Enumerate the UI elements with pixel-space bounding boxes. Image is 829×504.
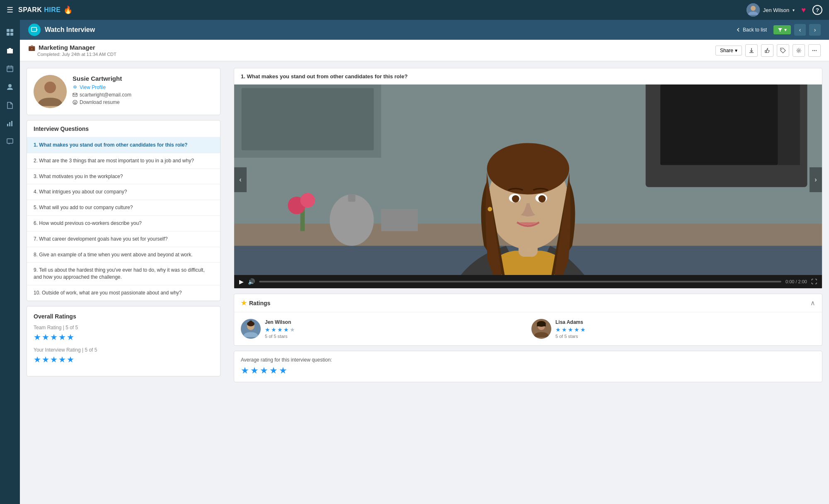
candidate-name: Susie Cartwright: [73, 75, 213, 82]
avg-rating-label: Average rating for this interview questi…: [241, 357, 815, 363]
avg-star-5: ★: [279, 365, 287, 376]
sidebar-item-jobs[interactable]: [2, 43, 17, 58]
your-star-4: ★: [58, 354, 66, 364]
rater-item-jen: Jen Wilson ★ ★ ★ ★ ★ 5 of 5 stars: [241, 319, 525, 339]
rater-name-lisa: Lisa Adams: [555, 319, 815, 325]
thumbs-action-button[interactable]: [761, 44, 773, 57]
share-button[interactable]: Share ▾: [715, 46, 742, 55]
avg-star-3: ★: [260, 365, 268, 376]
svg-rect-4: [7, 33, 10, 36]
job-title: Marketing Manager: [39, 44, 95, 51]
top-navigation: ☰ SPARK HIRE 🔥 Jen Wilson ▾ ♥ ?: [0, 0, 829, 20]
svg-rect-33: [242, 88, 374, 150]
question-text: 2. What are the 3 things that are most i…: [34, 158, 194, 164]
briefcase-icon: 💼: [28, 44, 35, 51]
lisa-star-3: ★: [568, 326, 573, 333]
lisa-star-2: ★: [562, 326, 567, 333]
video-wrapper: ‹ › ▶ 🔊 0:00 / 2:00: [234, 84, 822, 288]
job-header-left: 💼 Marketing Manager Completed: July 24th…: [28, 44, 116, 57]
back-to-list-button[interactable]: Back to list: [732, 25, 770, 34]
question-item[interactable]: 10. Outside of work, what are you most p…: [27, 285, 220, 301]
svg-rect-35: [660, 84, 778, 165]
svg-point-1: [751, 6, 756, 11]
question-item[interactable]: 9. Tell us about the hardest thing you'v…: [27, 263, 220, 285]
help-icon[interactable]: ?: [812, 5, 822, 15]
next-nav-button[interactable]: ›: [809, 24, 821, 36]
sidebar-item-candidates[interactable]: [2, 80, 17, 94]
view-profile-label: View Profile: [80, 84, 106, 90]
video-question-text: 1. What makes you stand out from other c…: [234, 68, 822, 84]
question-text: 5. What will you add to our company cult…: [34, 205, 133, 210]
question-text: 3. What motivates you in the workplace?: [34, 174, 123, 179]
question-item[interactable]: 1. What makes you stand out from other c…: [27, 137, 220, 153]
time-current: 0:00: [785, 279, 794, 284]
svg-rect-16: [32, 27, 36, 31]
jen-star-1: ★: [265, 326, 270, 333]
candidate-email: scartwright@email.com: [73, 92, 213, 98]
rater-item-lisa: Lisa Adams ★ ★ ★ ★ ★ 5 of 5 stars: [531, 319, 815, 339]
avg-rating-section: Average rating for this interview questi…: [234, 351, 822, 382]
job-title-row: 💼 Marketing Manager: [28, 44, 116, 51]
sidebar-item-reports[interactable]: [2, 116, 17, 131]
logo-hire: HIRE: [44, 6, 61, 13]
ratings-section-title: ★ Ratings: [241, 299, 270, 307]
more-action-button[interactable]: [808, 44, 821, 57]
svg-point-50: [512, 195, 519, 203]
svg-rect-27: [73, 93, 77, 96]
main-content: Susie Cartwright View Profile scartwrigh…: [20, 61, 829, 504]
questions-header: Interview Questions: [27, 121, 220, 137]
prev-nav-button[interactable]: ‹: [794, 24, 806, 36]
question-item[interactable]: 3. What motivates you in the workplace?: [27, 169, 220, 185]
sidebar: [0, 20, 20, 504]
fullscreen-button[interactable]: ⛶: [811, 278, 817, 285]
question-item[interactable]: 5. What will you add to our company cult…: [27, 200, 220, 216]
sidebar-item-reviews[interactable]: [2, 134, 17, 149]
sidebar-item-dashboard[interactable]: [2, 25, 17, 40]
sidebar-item-files[interactable]: [2, 98, 17, 113]
tag-action-button[interactable]: [777, 44, 789, 57]
svg-point-24: [44, 82, 56, 93]
rater-avatar-lisa: [531, 319, 551, 339]
team-rating-value: 5 of 5: [65, 325, 78, 330]
svg-rect-5: [10, 33, 13, 36]
question-text: 10. Outside of work, what are you most p…: [34, 290, 182, 296]
svg-point-42: [301, 193, 315, 207]
question-item[interactable]: 2. What are the 3 things that are most i…: [27, 153, 220, 169]
your-rating-row: Your Interview Rating | 5 of 5 ★ ★ ★ ★ ★: [34, 347, 213, 364]
overall-ratings-card: Overall Ratings Team Rating | 5 of 5 ★ ★…: [27, 306, 221, 376]
question-item[interactable]: 4. What intrigues you about our company?: [27, 184, 220, 200]
favorites-icon[interactable]: ♥: [801, 6, 806, 14]
time-display: 0:00 / 2:00: [785, 279, 807, 284]
video-player[interactable]: ‹ ›: [234, 84, 822, 275]
sidebar-item-calendar[interactable]: [2, 61, 17, 76]
volume-button[interactable]: 🔊: [248, 278, 255, 285]
settings-action-button[interactable]: [793, 44, 805, 57]
view-profile-link[interactable]: View Profile: [73, 84, 213, 90]
rater-name-jen: Jen Wilson: [265, 319, 525, 325]
play-button[interactable]: ▶: [239, 278, 244, 285]
jen-score: 5 of 5 stars: [265, 334, 525, 339]
star-2: ★: [42, 332, 49, 342]
collapse-ratings-button[interactable]: ∧: [810, 299, 815, 307]
lisa-star-4: ★: [574, 326, 579, 333]
flame-icon: 🔥: [63, 5, 73, 14]
download-resume-link[interactable]: Download resume: [73, 99, 213, 105]
watch-interview-icon: [28, 24, 41, 36]
video-next-arrow[interactable]: ›: [810, 167, 822, 192]
question-item[interactable]: 6. How would previous co-workers describ…: [27, 216, 220, 232]
rater-stars-jen: ★ ★ ★ ★ ★: [265, 326, 525, 333]
video-prev-arrow[interactable]: ‹: [234, 167, 247, 192]
filter-button[interactable]: ▾: [773, 25, 791, 34]
question-item[interactable]: 8. Give an example of a time when you we…: [27, 247, 220, 263]
user-avatar: [747, 3, 760, 17]
progress-bar[interactable]: [259, 281, 781, 282]
svg-rect-15: [7, 139, 13, 143]
svg-point-56: [249, 321, 252, 324]
question-item[interactable]: 7. What career development goals have yo…: [27, 232, 220, 247]
user-menu[interactable]: Jen Wilson ▾: [747, 3, 795, 17]
logo-spark: SPARK: [18, 6, 44, 13]
hamburger-menu[interactable]: ☰: [7, 5, 13, 14]
svg-rect-39: [348, 194, 356, 202]
download-action-button[interactable]: [745, 44, 758, 57]
sub-header: Watch Interview Back to list ▾ ‹ ›: [20, 20, 829, 40]
